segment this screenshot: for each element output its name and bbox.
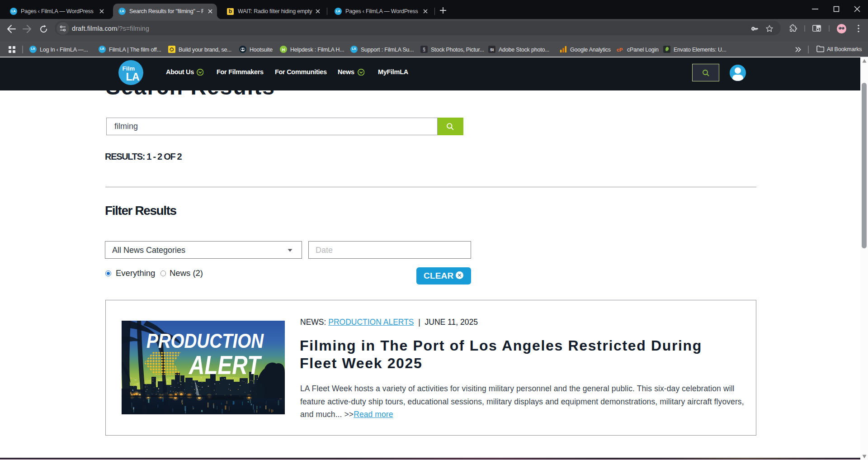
svg-text:PRODUCTION: PRODUCTION <box>146 329 264 352</box>
svg-text:§: § <box>423 47 425 52</box>
svg-text:cP: cP <box>617 47 623 52</box>
svg-text:H: H <box>282 47 285 52</box>
svg-text:ALERT: ALERT <box>188 351 262 379</box>
svg-text:St: St <box>490 47 494 52</box>
